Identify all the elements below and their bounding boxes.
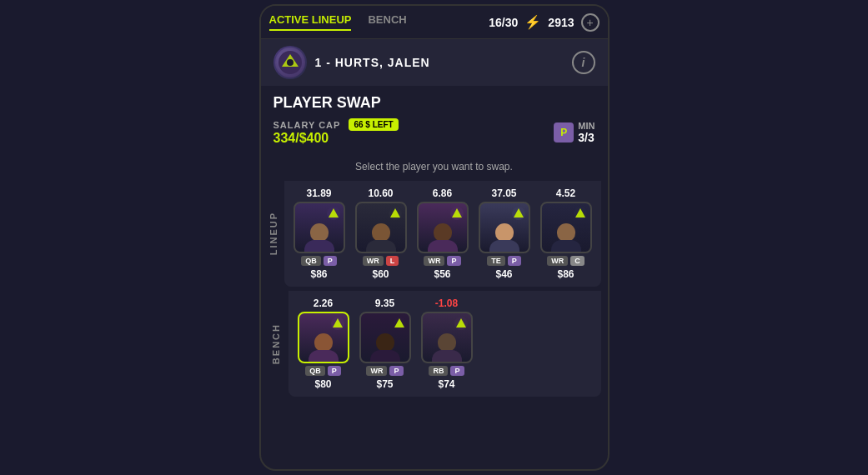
- player-price: $75: [376, 378, 393, 390]
- team-badge: P: [447, 256, 460, 266]
- player-badges: RBP: [429, 366, 464, 376]
- player-image: [479, 202, 530, 253]
- swap-section: PLAYER SWAP SALARY CAP 66 $ LEFT 334/$40…: [261, 86, 608, 154]
- bench-label-col: BENCH: [268, 291, 284, 397]
- team-logo-small-icon: [392, 316, 407, 331]
- player-image: [421, 312, 473, 363]
- salary-left-badge: 66 $ LEFT: [349, 118, 398, 131]
- player-price: $56: [434, 268, 450, 280]
- points-text: 2913: [548, 16, 574, 29]
- header-tabs: ACTIVE LINEUP BENCH 16/30 ⚡ 2913 +: [261, 6, 608, 39]
- player-price: $60: [372, 268, 389, 280]
- info-button[interactable]: i: [572, 51, 595, 74]
- player-badges: WRP: [424, 256, 460, 266]
- player-score: 6.86: [433, 188, 452, 199]
- player-badges: WRP: [366, 366, 403, 376]
- player-card[interactable]: -1.08 RBP$74: [419, 298, 475, 390]
- player-badges: QBP: [301, 256, 337, 266]
- player-name: 1 - HURTS, JALEN: [315, 56, 430, 69]
- player-silhouette-icon: [304, 223, 334, 252]
- lineup-wrapper: LINEUP 31.89 QBP$8610.60 WRL$606.86 WRP$…: [268, 181, 601, 287]
- lineup-cards: 31.89 QBP$8610.60 WRL$606.86 WRP$5637.05…: [284, 181, 601, 287]
- team-logo-small-icon: [449, 206, 464, 221]
- team-badge: L: [386, 256, 399, 266]
- player-silhouette-icon: [551, 223, 581, 252]
- player-silhouette-icon: [432, 333, 462, 362]
- position-badge: WR: [366, 366, 387, 376]
- score-text: 16/30: [489, 16, 518, 29]
- team-logo-small-icon: [573, 206, 588, 221]
- player-silhouette-icon: [366, 223, 396, 252]
- tab-bench[interactable]: BENCH: [368, 13, 406, 31]
- bench-cards-row: 2.26 QBP$809.35 WRP$75-1.08 RBP$74: [288, 291, 601, 397]
- bolt-icon: ⚡: [524, 14, 541, 30]
- player-score: 10.60: [368, 188, 393, 199]
- player-price: $80: [314, 378, 331, 390]
- team-logo-small-icon: [330, 316, 345, 331]
- player-price: $74: [438, 378, 454, 390]
- player-price: $86: [310, 268, 327, 280]
- player-card[interactable]: 4.52 WRC$86: [538, 188, 595, 280]
- player-score: 31.89: [306, 188, 331, 199]
- position-badge: QB: [305, 366, 325, 376]
- min-section: P MIN 3/3: [554, 121, 595, 144]
- player-score: -1.08: [435, 298, 458, 309]
- team-logo-small-icon: [388, 206, 403, 221]
- team-badge: C: [570, 256, 585, 266]
- player-badges: TEP: [487, 256, 521, 266]
- team-badge: P: [450, 366, 464, 376]
- swap-title: PLAYER SWAP: [273, 94, 595, 112]
- select-prompt: Select the player you want to swap.: [261, 154, 608, 177]
- player-score: 2.26: [314, 298, 333, 309]
- player-card[interactable]: 31.89 QBP$86: [291, 188, 348, 280]
- player-silhouette-icon: [309, 333, 339, 362]
- player-price: $86: [557, 268, 574, 280]
- position-badge: WR: [363, 256, 384, 266]
- player-header: 1 - HURTS, JALEN i: [261, 39, 608, 86]
- player-image: [417, 202, 469, 253]
- player-card[interactable]: 37.05 TEP$46: [476, 188, 533, 280]
- bench-cards: 2.26 QBP$809.35 WRP$75-1.08 RBP$74: [288, 291, 601, 397]
- position-badge: QB: [301, 256, 321, 266]
- tab-active-lineup[interactable]: ACTIVE LINEUP: [269, 13, 352, 31]
- player-score: 9.35: [375, 298, 394, 309]
- salary-cap-value: 334/$400: [273, 131, 399, 146]
- player-price: $46: [495, 268, 512, 280]
- player-image: [298, 312, 349, 363]
- salary-row: SALARY CAP 66 $ LEFT 334/$400 P MIN 3/3: [273, 118, 595, 146]
- player-silhouette-icon: [428, 223, 458, 252]
- team-badge: P: [328, 366, 341, 376]
- team-logo-small-icon: [511, 206, 526, 221]
- player-badges: WRC: [547, 256, 585, 266]
- player-image: [355, 202, 407, 253]
- player-badges: QBP: [305, 366, 341, 376]
- bench-wrapper: BENCH 2.26 QBP$809.35 WRP$75-1.08 RBP$74: [268, 291, 601, 397]
- min-label: MIN: [578, 121, 595, 131]
- min-icon: P: [554, 122, 574, 142]
- player-score: 4.52: [556, 188, 575, 199]
- player-card[interactable]: 10.60 WRL$60: [353, 188, 409, 280]
- lineup-label: LINEUP: [268, 212, 278, 255]
- tabs-left: ACTIVE LINEUP BENCH: [269, 13, 407, 31]
- salary-cap-block: SALARY CAP 66 $ LEFT 334/$400: [273, 118, 399, 146]
- team-badge: P: [324, 256, 337, 266]
- position-badge: RB: [429, 366, 448, 376]
- team-logo-small-icon: [454, 316, 469, 331]
- player-card[interactable]: 6.86 WRP$56: [414, 188, 471, 280]
- player-image: [359, 312, 411, 363]
- avatar: [273, 46, 307, 79]
- player-badges: WRL: [363, 256, 399, 266]
- player-card[interactable]: 9.35 WRP$75: [357, 298, 414, 390]
- lineup-cards-row: 31.89 QBP$8610.60 WRL$606.86 WRP$5637.05…: [284, 181, 601, 287]
- player-card[interactable]: 2.26 QBP$80: [295, 298, 352, 390]
- avatar-inner: [275, 48, 305, 78]
- position-badge: WR: [424, 256, 444, 266]
- player-silhouette-icon: [489, 223, 519, 252]
- add-button[interactable]: +: [581, 13, 600, 32]
- min-value: 3/3: [578, 131, 595, 144]
- position-badge: WR: [547, 256, 568, 266]
- player-score: 37.05: [491, 188, 516, 199]
- player-image: [540, 202, 592, 253]
- team-logo-icon: [278, 50, 303, 75]
- lineup-label-col: LINEUP: [268, 181, 280, 287]
